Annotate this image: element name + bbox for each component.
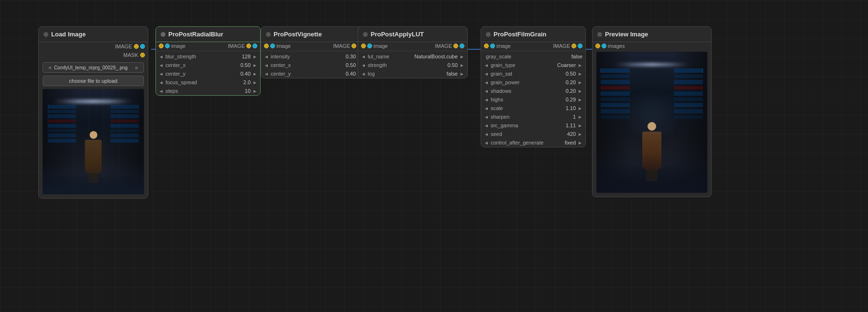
radial-blur-title: ProPostRadialBlur: [168, 31, 223, 38]
vignette-node: ProPostVignette image IMAGE ◄ intensity …: [261, 26, 366, 78]
v-image-in-1: [264, 44, 269, 48]
rb-focus-spread: ◄ focus_spread 2.0 ►: [156, 78, 260, 87]
al-lut-name: ◄ lut_name NaturalBoost.cube ►: [358, 52, 467, 61]
radial-blur-node: ProPostRadialBlur image IMAGE ◄ blur_str…: [155, 26, 261, 96]
fg-highs: ◄ highs 0.29 ►: [481, 95, 585, 104]
al-image-out-2: [460, 44, 464, 48]
preview-image-dot: [597, 32, 602, 37]
al-strength: ◄ strength 0.50 ►: [358, 61, 467, 69]
rb-center-x: ◄ center_x 0.50 ►: [156, 61, 260, 69]
fg-image-in-2: [490, 44, 495, 48]
fg-control-after: ◄ control_after_generate fixed ►: [481, 138, 585, 147]
preview-image-node: Preview Image images: [592, 26, 712, 197]
load-image-node: Load Image IMAGE MASK ◄ ComfyUI_temp_nrp…: [38, 26, 148, 199]
apply-lut-title: ProPostApplyLUT: [371, 31, 424, 38]
v-image-in-2: [270, 44, 275, 48]
v-image-out-1: [352, 44, 356, 48]
fg-image-out-2: [578, 44, 582, 48]
pi-images-in-2: [602, 44, 606, 48]
vignette-title: ProPostVignette: [274, 31, 322, 38]
apply-lut-node: ProPostApplyLUT image IMAGE ◄ lut_name N…: [358, 26, 468, 78]
fg-shadows: ◄ shadows 0.20 ►: [481, 87, 585, 95]
al-image-in-1: [361, 44, 366, 48]
radial-blur-dot: [161, 32, 165, 37]
server-room-art: [43, 89, 144, 194]
load-image-header: Load Image: [39, 27, 148, 42]
mask-out-connector: [140, 53, 145, 57]
apply-lut-header: ProPostApplyLUT: [358, 27, 467, 42]
load-image-mask-port: MASK: [39, 51, 148, 59]
rb-image-out-1: [246, 44, 251, 48]
fg-sharpen: ◄ sharpen 1 ►: [481, 112, 585, 121]
load-image-preview: [43, 89, 144, 194]
image-out-connector: [134, 44, 139, 49]
fg-gray-scale: gray_scale false: [481, 52, 585, 61]
load-image-image-port: IMAGE: [39, 42, 148, 51]
load-image-dot: [44, 32, 48, 37]
v-center-y: ◄ center_y 0.40 ►: [261, 69, 365, 78]
fg-image-in-1: [484, 44, 489, 48]
rb-blur-strength: ◄ blur_strength 128 ►: [156, 52, 260, 61]
radial-blur-header: ProPostRadialBlur: [156, 27, 260, 42]
fg-grain-sat: ◄ grain_sat 0.50 ►: [481, 69, 585, 78]
preview-images-port: images: [593, 42, 711, 50]
file-input-display: ◄ ComfyUI_temp_nrprg_00029_.png ►: [43, 62, 144, 73]
film-grain-node: ProPostFilmGrain image IMAGE gray_scale …: [481, 26, 586, 147]
al-log: ◄ log false ►: [358, 69, 467, 78]
vignette-header: ProPostVignette: [261, 27, 365, 42]
v-center-x: ◄ center_x 0.50 ►: [261, 61, 365, 69]
rb-image-in-1: [159, 44, 164, 48]
rb-image-out-2: [253, 44, 257, 48]
rb-center-y: ◄ center_y 0.40 ►: [156, 69, 260, 78]
film-grain-header: ProPostFilmGrain: [481, 27, 585, 42]
pi-images-in-1: [595, 44, 600, 48]
vignette-image-port: image IMAGE: [261, 42, 365, 50]
apply-lut-dot: [363, 32, 368, 37]
film-grain-image-port: image IMAGE: [481, 42, 585, 50]
film-grain-dot: [486, 32, 491, 37]
radial-blur-image-port: image IMAGE: [156, 42, 260, 50]
rb-steps: ◄ steps 10 ►: [156, 87, 260, 95]
fg-scale: ◄ scale 1.10 ►: [481, 104, 585, 112]
vignette-dot: [266, 32, 271, 37]
fg-seed: ◄ seed 420 ►: [481, 130, 585, 138]
image-out-connector2: [140, 44, 145, 49]
load-image-title: Load Image: [51, 31, 86, 38]
v-intensity: ◄ intensity 0.30 ►: [261, 52, 365, 61]
film-grain-title: ProPostFilmGrain: [494, 31, 547, 38]
preview-image-display: [596, 52, 707, 193]
choose-file-button[interactable]: choose file to upload: [43, 76, 144, 86]
al-image-out-1: [453, 44, 458, 48]
preview-image-title: Preview Image: [605, 31, 648, 38]
al-image-in-2: [367, 44, 372, 48]
fg-grain-type: ◄ grain_type Coarser ►: [481, 61, 585, 69]
rb-image-in-2: [165, 44, 170, 48]
preview-image-header: Preview Image: [593, 27, 711, 42]
fg-grain-power: ◄ grain_power 0.20 ►: [481, 78, 585, 87]
apply-lut-image-port: image IMAGE: [358, 42, 467, 50]
node-canvas: Load Image IMAGE MASK ◄ ComfyUI_temp_nrp…: [0, 0, 868, 312]
file-value: ComfyUI_temp_nrprg_00029_.png: [54, 65, 128, 70]
fg-image-out-1: [571, 44, 576, 48]
fg-src-gamma: ◄ src_gamma 1.11 ►: [481, 121, 585, 130]
